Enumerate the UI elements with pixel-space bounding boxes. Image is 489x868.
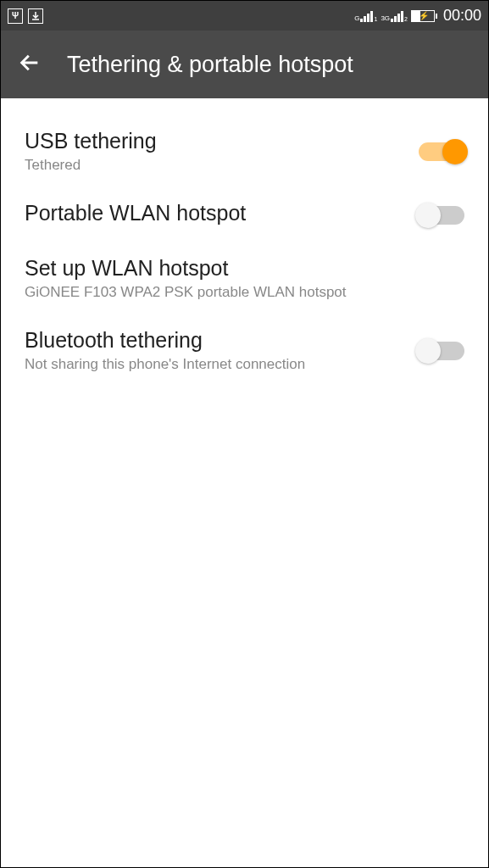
setting-text: USB tethering Tethered	[25, 129, 402, 174]
settings-list: USB tethering Tethered Portable WLAN hot…	[1, 98, 488, 403]
signal-sub-1: 1	[374, 16, 377, 22]
signal-1: G 1	[354, 10, 377, 22]
portable-hotspot-item[interactable]: Portable WLAN hotspot	[25, 187, 464, 242]
setting-title: Set up WLAN hotspot	[25, 256, 464, 281]
setting-subtitle: Not sharing this phone's Internet connec…	[25, 356, 402, 373]
setting-title: Portable WLAN hotspot	[25, 201, 402, 225]
clock: 00:00	[443, 7, 481, 25]
toggle-knob	[415, 203, 441, 228]
bluetooth-tethering-toggle[interactable]	[419, 342, 464, 360]
setting-text: Set up WLAN hotspot GiONEE F103 WPA2 PSK…	[25, 256, 464, 301]
signal-2: 3G 2	[381, 10, 408, 22]
setting-subtitle: GiONEE F103 WPA2 PSK portable WLAN hotsp…	[25, 284, 464, 301]
signal-sub-2: 2	[404, 16, 408, 22]
setup-hotspot-item[interactable]: Set up WLAN hotspot GiONEE F103 WPA2 PSK…	[25, 242, 464, 314]
toggle-knob	[415, 338, 441, 364]
portable-hotspot-toggle[interactable]	[419, 206, 464, 225]
toggle-knob	[442, 139, 468, 164]
setting-text: Bluetooth tethering Not sharing this pho…	[25, 328, 402, 373]
battery-icon: ⚡	[411, 10, 435, 22]
back-button[interactable]	[18, 51, 42, 78]
bluetooth-tethering-item[interactable]: Bluetooth tethering Not sharing this pho…	[25, 314, 464, 387]
status-left: Ψ	[8, 8, 43, 24]
setting-title: USB tethering	[25, 129, 402, 153]
page-title: Tethering & portable hotspot	[67, 52, 353, 78]
network-label-1: G	[354, 14, 359, 22]
app-bar: Tethering & portable hotspot	[1, 31, 488, 98]
status-bar: Ψ G 1 3G 2 ⚡ 00:00	[1, 1, 488, 31]
network-label-2: 3G	[381, 14, 390, 22]
setting-subtitle: Tethered	[25, 157, 402, 174]
setting-text: Portable WLAN hotspot	[25, 201, 402, 229]
status-right: G 1 3G 2 ⚡ 00:00	[354, 7, 481, 25]
usb-tethering-toggle[interactable]	[419, 142, 464, 161]
setting-title: Bluetooth tethering	[25, 328, 402, 353]
usb-icon: Ψ	[8, 8, 23, 24]
back-arrow-icon	[18, 51, 42, 75]
download-icon	[28, 8, 43, 24]
usb-tethering-item[interactable]: USB tethering Tethered	[25, 115, 464, 187]
signal-bars-icon	[391, 10, 403, 22]
signal-bars-icon	[360, 10, 373, 22]
